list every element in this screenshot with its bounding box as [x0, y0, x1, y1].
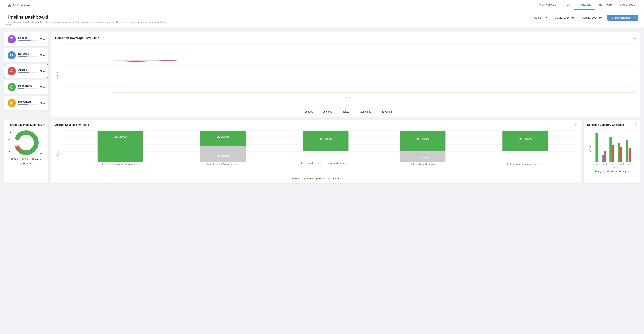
- legend-better: Better: [11, 158, 20, 160]
- legend-responded: Responded: [354, 110, 371, 113]
- detection-category-title: Detection Category Coverage: [587, 123, 624, 126]
- svg-text:1.00: 1.00: [216, 155, 230, 157]
- detection-category-menu[interactable]: ≡: [634, 123, 636, 126]
- prevented-label: Prevented: [18, 100, 37, 103]
- svg-rect-98: [626, 140, 628, 162]
- svg-text:2.00: 2.00: [518, 138, 532, 141]
- svg-rect-99: [629, 148, 631, 162]
- date-range-label: Custom: [534, 16, 543, 19]
- calendar-icon: [571, 16, 574, 19]
- svg-rect-71: [303, 131, 348, 151]
- responded-label: Responded: [18, 84, 37, 87]
- tab-workspace[interactable]: WORKSPACE: [535, 0, 560, 10]
- alerted-label: Alerted: [18, 68, 37, 71]
- responded-pct: 33%: [40, 86, 45, 89]
- detected-pct: 50%: [40, 54, 45, 57]
- svg-point-26: [12, 103, 12, 104]
- alerted-tactic-menu[interactable]: ≡: [575, 123, 577, 126]
- svg-text:Logged: Logged: [594, 163, 599, 165]
- svg-text:Alerted: Alerted: [610, 163, 614, 165]
- detection-coverage-chart: Detection Coverage Over Time ≡ Counts 10…: [51, 32, 640, 117]
- logged-pct: 67%: [40, 38, 45, 41]
- svg-rect-93: [604, 151, 606, 162]
- detected-info: Detected: [18, 52, 37, 58]
- alerted-bar-bg: [18, 72, 37, 73]
- alerted-tactic-card: Alerted Coverage by Tactic ≡ Counts 3 2.…: [51, 120, 581, 183]
- det-cat-legend: Aug 08 Aug 15 Aug 22: [587, 170, 636, 173]
- detected-label: Detected: [18, 52, 37, 55]
- logged-info: Logged: [18, 36, 37, 42]
- prevented-pct: 50%: [40, 101, 45, 105]
- detected-bar-bg: [18, 56, 37, 57]
- svg-text:Levels: Levels: [612, 166, 617, 168]
- metric-cards: Logged 67% Detected 50%: [4, 32, 48, 117]
- filter-label: Percentages: [615, 16, 631, 19]
- alerted-summary-menu[interactable]: ≡: [43, 123, 45, 126]
- prevented-info: Prevented: [18, 100, 37, 106]
- svg-rect-77: [502, 131, 548, 151]
- tab-timeline[interactable]: TIMELINE: [574, 0, 595, 10]
- detection-chart-menu[interactable]: ≡: [634, 36, 636, 40]
- svg-rect-67: [200, 146, 246, 162]
- chevron-down-icon: [632, 16, 635, 19]
- metric-detected[interactable]: Detected 50%: [4, 48, 48, 62]
- legend-logged: Logged: [300, 110, 313, 113]
- metric-prevented[interactable]: Prevented 50%: [4, 96, 48, 110]
- date-end-picker[interactable]: Aug 22, 2024: [579, 14, 605, 21]
- tab-heatmap[interactable]: HEATMAP: [595, 0, 616, 10]
- det-cat-y-axis-title: Counts: [589, 146, 591, 152]
- svg-text:Tactics: Tactics: [317, 165, 334, 165]
- svg-text:Reconnaissance: Reconnaissance: [99, 163, 141, 165]
- logged-bar-bg: [18, 40, 37, 41]
- page-title: Timeline Dashboard: [6, 14, 167, 20]
- filter-icon: [611, 16, 614, 19]
- main-content: Logged 67% Detected 50%: [0, 29, 644, 334]
- svg-rect-4: [571, 17, 574, 19]
- top-nav: All Procedures WORKSPACE RUN TIMELINE HE…: [0, 0, 644, 10]
- grid-icon: [8, 4, 11, 7]
- procedures-dropdown[interactable]: All Procedures: [5, 2, 38, 8]
- metric-responded[interactable]: Responded 33%: [4, 80, 48, 94]
- page-header: Timeline Dashboard The timeline dashboar…: [0, 10, 644, 29]
- legend-same: Same: [22, 158, 30, 160]
- date-range-dropdown[interactable]: Custom: [531, 14, 550, 21]
- legend-untested: Untested: [20, 162, 32, 165]
- logged-icon: [8, 35, 16, 43]
- svg-rect-1: [10, 4, 11, 5]
- responded-icon: [8, 83, 16, 91]
- det-legend-aug15: Aug 15: [607, 170, 617, 173]
- date-start-picker[interactable]: Jul 23, 2024: [552, 14, 577, 21]
- tab-coverage[interactable]: COVERAGE: [616, 0, 639, 10]
- det-cat-svg: 10 5 0: [593, 128, 636, 169]
- svg-text:Collection: Collection: [410, 163, 435, 165]
- metric-logged[interactable]: Logged 67%: [4, 32, 48, 46]
- top-row: Logged 67% Detected 50%: [4, 32, 640, 117]
- alerted-pct: 58%: [40, 70, 45, 73]
- tactic-legend-untested: Untested: [328, 177, 340, 180]
- chevron-down-icon: [544, 16, 547, 19]
- legend-detected: Detected: [317, 110, 332, 113]
- tactic-bar-svg: 3 2.4 1.8 1.2 0.6 0 3.00 1.00 1.00: [63, 128, 577, 165]
- svg-text:1.00: 1.00: [416, 156, 429, 159]
- alerted-summary-title: Alerted Coverage Summary: [8, 123, 42, 126]
- legend-alerted: Alerted: [336, 110, 349, 113]
- tactic-legend: Better Same Worse Untested: [55, 177, 577, 180]
- responded-info: Responded: [18, 84, 37, 90]
- tactic-legend-better: Better: [292, 177, 301, 180]
- svg-point-52: [19, 135, 34, 150]
- x-axis-title: Dates: [62, 96, 636, 99]
- svg-rect-2: [8, 5, 9, 7]
- svg-point-19: [10, 54, 12, 56]
- svg-rect-97: [620, 147, 622, 162]
- svg-rect-0: [8, 4, 9, 5]
- svg-rect-92: [602, 155, 604, 162]
- detection-chart-title: Detection Coverage Over Time: [55, 36, 99, 40]
- svg-text:Uncategorized: Uncategorized: [507, 163, 544, 165]
- metric-alerted[interactable]: Alerted 58%: [4, 64, 48, 78]
- alerted-info: Alerted: [18, 68, 37, 74]
- page-subtitle: The timeline dashboard is designed to he…: [6, 21, 167, 25]
- filter-percentages-button[interactable]: Percentages: [607, 14, 638, 21]
- line-chart-svg: 10 8 6 4 2 0: [62, 42, 636, 95]
- tab-run[interactable]: RUN: [560, 0, 574, 10]
- legend-prevented: Prevented: [375, 110, 392, 113]
